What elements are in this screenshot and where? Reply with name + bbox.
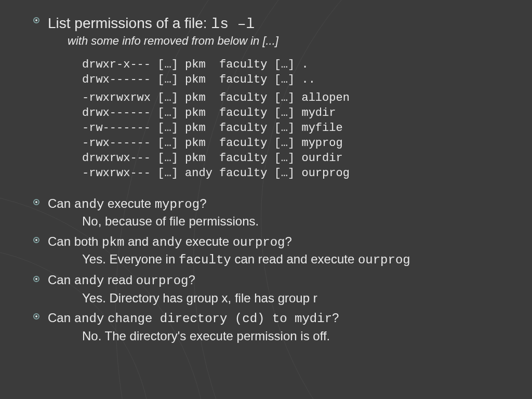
ls-line: -rwxrwx--- […] andy faculty […] ourprog <box>82 167 350 180</box>
question: Can andy execute myprog? <box>48 195 511 213</box>
title-bullet: List permissions of a file: ls –l with s… <box>48 15 511 48</box>
ls-line: drwxr-x--- […] pkm faculty […] . <box>82 58 309 71</box>
bullet-icon <box>33 276 39 282</box>
bullet-icon <box>33 17 39 23</box>
answer: Yes. Directory has group x, file has gro… <box>48 290 511 307</box>
ls-line: -rwxrwxrwx […] pkm faculty […] allopen <box>82 91 350 104</box>
answer: No, because of file permissions. <box>48 213 511 230</box>
answer: No. The directory's execute permission i… <box>48 328 511 344</box>
bullet-icon <box>33 199 39 205</box>
ls-output: drwxr-x--- […] pkm faculty […] . drwx---… <box>48 57 511 181</box>
question: Can andy read ourprog? <box>48 272 511 289</box>
bullet-icon <box>33 313 39 320</box>
answer: Yes. Everyone in faculty can read and ex… <box>48 251 511 269</box>
ls-line: drwx------ […] pkm faculty […] .. <box>82 73 315 86</box>
ls-line: drwxrwx--- […] pkm faculty […] ourdir <box>82 152 343 165</box>
ls-line: -rwx------ […] pkm faculty […] myprog <box>82 137 343 150</box>
qa-item: Can andy change directory (cd) to mydir?… <box>48 310 511 344</box>
qa-item: Can andy read ourprog? Yes. Directory ha… <box>48 272 511 307</box>
qa-section: Can andy execute myprog? No, because of … <box>48 195 511 344</box>
slide-content: List permissions of a file: ls –l with s… <box>0 0 532 344</box>
bullet-icon <box>33 237 39 243</box>
qa-item: Can both pkm and andy execute ourprog? Y… <box>48 233 511 269</box>
slide-title: List permissions of a file: ls –l <box>48 15 511 33</box>
qa-item: Can andy execute myprog? No, because of … <box>48 195 511 230</box>
question: Can andy change directory (cd) to mydir? <box>48 310 511 327</box>
question: Can both pkm and andy execute ourprog? <box>48 233 511 251</box>
slide-subtitle: with some info removed from below in [..… <box>48 34 511 48</box>
title-command: ls –l <box>211 16 255 32</box>
ls-line: drwx------ […] pkm faculty […] mydir <box>82 107 336 119</box>
title-prefix: List permissions of a file: <box>48 15 211 31</box>
ls-line: -rw------- […] pkm faculty […] myfile <box>82 122 343 135</box>
